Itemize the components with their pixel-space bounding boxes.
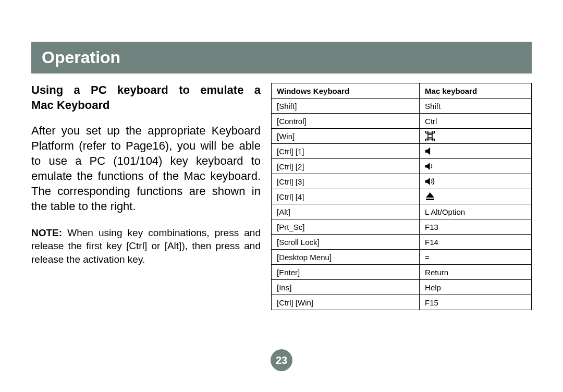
table-row: [Win] bbox=[272, 129, 532, 144]
table-row: [Ctrl] [1] bbox=[272, 144, 532, 159]
mac-key-cell bbox=[420, 129, 532, 144]
mac-key-cell: L Alt/Option bbox=[420, 204, 532, 219]
mac-key-cell: = bbox=[420, 250, 532, 265]
windows-key-cell: [Ctrl] [1] bbox=[272, 144, 420, 159]
mac-key-cell bbox=[420, 159, 532, 174]
windows-key-cell: [Shift] bbox=[272, 99, 420, 114]
table-row: [Ctrl] [4] bbox=[272, 189, 532, 204]
windows-key-cell: [Ins] bbox=[272, 280, 420, 295]
mac-key-cell bbox=[420, 189, 532, 204]
heading-line-2: Mac Keyboard bbox=[31, 98, 261, 113]
mac-key-cell: Help bbox=[420, 280, 532, 295]
note-paragraph: NOTE: When using key combinations, press… bbox=[31, 226, 261, 265]
table-row: [Desktop Menu]= bbox=[272, 250, 532, 265]
right-column: Windows Keyboard Mac keyboard [Shift]Shi… bbox=[271, 83, 532, 310]
document-page: Operation Using a PC keyboard to emulate… bbox=[0, 0, 563, 392]
mac-key-cell: F13 bbox=[420, 219, 532, 235]
windows-key-cell: [Ctrl] [Win] bbox=[272, 295, 420, 310]
speaker-mute-icon bbox=[425, 146, 436, 156]
key-mapping-table: Windows Keyboard Mac keyboard [Shift]Shi… bbox=[271, 83, 532, 310]
table-header-windows: Windows Keyboard bbox=[272, 83, 420, 99]
windows-key-cell: [Enter] bbox=[272, 265, 420, 280]
windows-key-cell: [Win] bbox=[272, 129, 420, 144]
table-header-mac: Mac keyboard bbox=[420, 83, 532, 99]
table-row: [Shift]Shift bbox=[272, 99, 532, 114]
left-column: Using a PC keyboard to emulate a Mac Key… bbox=[31, 83, 261, 310]
mac-key-cell: Shift bbox=[420, 99, 532, 114]
table-row: [Alt]L Alt/Option bbox=[272, 204, 532, 219]
svg-rect-0 bbox=[426, 199, 434, 200]
mac-key-cell: F15 bbox=[420, 295, 532, 310]
windows-key-cell: [Ctrl] [2] bbox=[272, 159, 420, 174]
table-row: [Ctrl] [Win]F15 bbox=[272, 295, 532, 310]
windows-key-cell: [Desktop Menu] bbox=[272, 250, 420, 265]
mac-key-cell: Ctrl bbox=[420, 114, 532, 129]
mac-key-cell bbox=[420, 174, 532, 189]
mac-key-cell: F14 bbox=[420, 235, 532, 250]
windows-key-cell: [Ctrl] [4] bbox=[272, 189, 420, 204]
table-row: [Control]Ctrl bbox=[272, 114, 532, 129]
windows-key-cell: [Control] bbox=[272, 114, 420, 129]
eject-icon bbox=[425, 192, 435, 201]
windows-key-cell: [Alt] bbox=[272, 204, 420, 219]
windows-key-cell: [Scroll Lock] bbox=[272, 235, 420, 250]
section-heading: Using a PC keyboard to emulate a Mac Key… bbox=[31, 83, 261, 113]
body-paragraph: After you set up the appropriate Keyboar… bbox=[31, 123, 261, 214]
page-number-badge: 23 bbox=[271, 349, 292, 371]
table-row: [Prt_Sc]F13 bbox=[272, 219, 532, 235]
command-icon bbox=[425, 131, 435, 141]
table-row: [Scroll Lock]F14 bbox=[272, 235, 532, 250]
note-label: NOTE: bbox=[31, 227, 62, 238]
content-row: Using a PC keyboard to emulate a Mac Key… bbox=[31, 83, 532, 310]
speaker-vol-up-icon bbox=[425, 177, 440, 186]
speaker-vol-down-icon bbox=[425, 162, 438, 171]
heading-line-1: Using a PC keyboard to emulate a bbox=[31, 83, 261, 96]
note-body: When using key combinations, press and r… bbox=[31, 227, 261, 264]
windows-key-cell: [Prt_Sc] bbox=[272, 219, 420, 235]
windows-key-cell: [Ctrl] [3] bbox=[272, 174, 420, 189]
section-title-bar: Operation bbox=[31, 42, 532, 74]
table-header-row: Windows Keyboard Mac keyboard bbox=[272, 83, 532, 99]
table-row: [Ctrl] [2] bbox=[272, 159, 532, 174]
mac-key-cell: Return bbox=[420, 265, 532, 280]
table-row: [Ctrl] [3] bbox=[272, 174, 532, 189]
table-row: [Ins]Help bbox=[272, 280, 532, 295]
mac-key-cell bbox=[420, 144, 532, 159]
table-row: [Enter]Return bbox=[272, 265, 532, 280]
